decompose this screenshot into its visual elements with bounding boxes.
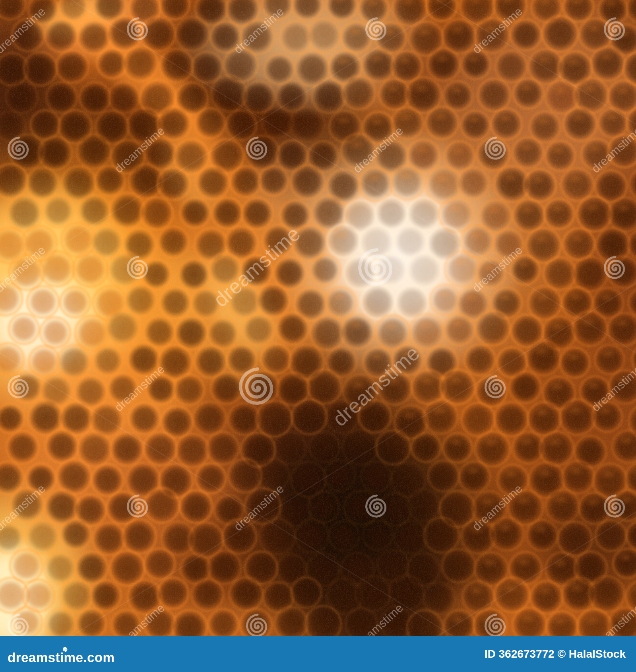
svg-text:ID 362673772 © HalalStock: ID 362673772 © HalalStock	[485, 648, 626, 660]
svg-text:dreamstime.com: dreamstime.com	[8, 650, 114, 665]
